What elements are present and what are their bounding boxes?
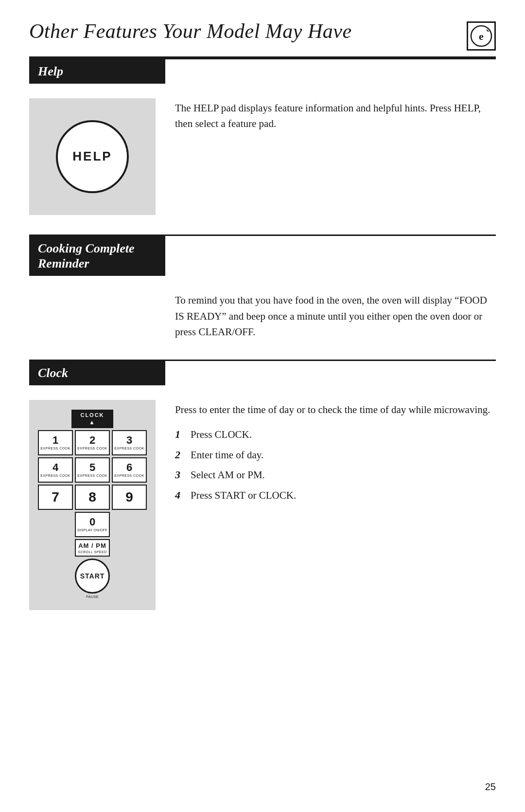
clock-arrow-icon: ▲ [89, 419, 96, 426]
clock-step-3: 3 Select AM or PM. [175, 467, 496, 483]
cooking-description: To remind you that you have food in the … [175, 292, 496, 340]
help-section-header: Help [29, 59, 165, 84]
key-7-button[interactable]: 7 [38, 485, 73, 510]
clock-steps-list: 1 Press CLOCK. 2 Enter time of day. 3 Se… [175, 426, 496, 503]
key-4-main: 4 [52, 462, 58, 473]
cooking-section-content: To remind you that you have food in the … [29, 276, 496, 360]
keypad: CLOCK ▲ 1 EXPRESS COOK 2 [38, 410, 147, 599]
clock-btn-label: CLOCK [80, 412, 104, 418]
start-button-wrap: START PAUSE [75, 559, 110, 598]
cooking-header-line2: Reminder [38, 256, 89, 271]
start-button[interactable]: START [75, 559, 110, 594]
help-header-title: Help [38, 64, 63, 78]
keypad-row-3: 7 8 9 [38, 485, 147, 510]
cooking-header-title: Cooking Complete Reminder [38, 241, 157, 271]
clock-description-area: Press to enter the time of day or to che… [175, 400, 496, 611]
keypad-row-1: 1 EXPRESS COOK 2 EXPRESS COOK 3 EXPRESS … [38, 430, 147, 455]
clock-step-2: 2 Enter time of day. [175, 447, 496, 463]
page-header: Other Features Your Model May Have e [29, 19, 496, 58]
keypad-row-4: 0 DISPLAY ON/OFF [38, 512, 147, 537]
step-1-text: Press CLOCK. [191, 427, 252, 443]
step-3-number: 3 [175, 467, 186, 483]
clock-description: Press to enter the time of day or to che… [175, 402, 496, 418]
key-6-button[interactable]: 6 EXPRESS COOK [112, 457, 147, 483]
key-0-button[interactable]: 0 DISPLAY ON/OFF [75, 512, 110, 537]
key-2-main: 2 [89, 435, 95, 446]
cooking-description-area: To remind you that you have food in the … [175, 290, 496, 340]
key-5-sub: EXPRESS COOK [77, 474, 107, 477]
clock-section-header: Clock [29, 361, 165, 385]
clock-step-4: 4 Press START or CLOCK. [175, 487, 496, 504]
key-7-main: 7 [52, 489, 59, 505]
key-9-main: 9 [125, 489, 133, 505]
keypad-row-ampm: AM / PM SCROLL SPEED [38, 539, 147, 557]
key-6-sub: EXPRESS COOK [114, 474, 144, 477]
key-2-button[interactable]: 2 EXPRESS COOK [75, 430, 110, 455]
clock-section-content: CLOCK ▲ 1 EXPRESS COOK 2 [29, 385, 496, 630]
help-section-content: HELP The HELP pad displays feature infor… [29, 84, 496, 235]
cooking-image-placeholder [29, 290, 156, 340]
help-section: Help HELP The HELP pad displays feature … [29, 58, 496, 235]
svg-text:e: e [479, 30, 484, 42]
help-image-box: HELP [29, 98, 156, 215]
key-6-main: 6 [126, 462, 132, 473]
step-3-text: Select AM or PM. [191, 468, 265, 483]
page-title: Other Features Your Model May Have [29, 19, 352, 43]
ampm-sub-label: SCROLL SPEED [78, 550, 106, 554]
ge-logo-svg: e [470, 25, 492, 47]
help-image-area: HELP [29, 98, 156, 215]
step-1-number: 1 [175, 426, 186, 442]
clock-btn-row: CLOCK ▲ [38, 410, 147, 428]
key-8-button[interactable]: 8 [75, 485, 110, 510]
key-1-button[interactable]: 1 EXPRESS COOK [38, 430, 73, 455]
cooking-section-header: Cooking Complete Reminder [29, 236, 165, 276]
key-1-sub: EXPRESS COOK [40, 447, 70, 450]
key-1-main: 1 [52, 435, 58, 446]
clock-section: Clock CLOCK ▲ [29, 360, 496, 630]
step-2-number: 2 [175, 447, 186, 463]
keypad-row-start: START PAUSE [38, 559, 147, 598]
step-4-number: 4 [175, 487, 186, 503]
page-number: 25 [485, 781, 496, 793]
cooking-complete-section: Cooking Complete Reminder To remind you … [29, 235, 496, 360]
key-4-button[interactable]: 4 EXPRESS COOK [38, 457, 73, 483]
clock-keypad-box: CLOCK ▲ 1 EXPRESS COOK 2 [29, 400, 156, 611]
key-2-sub: EXPRESS COOK [77, 447, 107, 450]
key-3-sub: EXPRESS COOK [114, 447, 144, 450]
key-0-main: 0 [89, 517, 95, 527]
help-description-area: The HELP pad displays feature informatio… [175, 98, 496, 215]
key-5-main: 5 [89, 462, 95, 473]
key-8-main: 8 [88, 489, 96, 505]
keypad-row-2: 4 EXPRESS COOK 5 EXPRESS COOK 6 EXPRESS … [38, 457, 147, 483]
key-9-button[interactable]: 9 [112, 485, 147, 510]
step-4-text: Press START or CLOCK. [191, 488, 296, 504]
key-5-button[interactable]: 5 EXPRESS COOK [75, 457, 110, 483]
key-4-sub: EXPRESS COOK [40, 474, 70, 477]
header-logo-icon: e [467, 21, 496, 51]
clock-image-area: CLOCK ▲ 1 EXPRESS COOK 2 [29, 400, 156, 611]
key-0-sub: DISPLAY ON/OFF [77, 528, 107, 532]
clock-top-button[interactable]: CLOCK ▲ [71, 410, 113, 428]
help-description: The HELP pad displays feature informatio… [175, 100, 496, 132]
help-button-label: HELP [72, 149, 112, 164]
start-label: START [80, 572, 105, 580]
clock-header-title: Clock [38, 366, 68, 380]
help-button-circle: HELP [56, 120, 129, 193]
step-2-text: Enter time of day. [191, 448, 263, 463]
cooking-header-line1: Cooking Complete [38, 241, 135, 255]
ampm-label: AM / PM [78, 542, 106, 550]
clock-step-1: 1 Press CLOCK. [175, 426, 496, 443]
start-sub-label: PAUSE [86, 595, 99, 598]
key-3-main: 3 [126, 435, 132, 446]
key-3-button[interactable]: 3 EXPRESS COOK [112, 430, 147, 455]
ampm-button[interactable]: AM / PM SCROLL SPEED [75, 539, 110, 557]
